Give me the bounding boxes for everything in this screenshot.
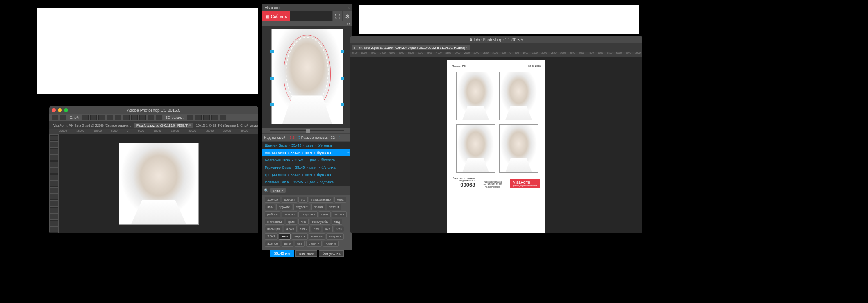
drag-handle[interactable] xyxy=(270,103,274,106)
window-titlebar[interactable]: Adobe Photoshop CC 2015.5 xyxy=(350,36,642,43)
tag-chip[interactable]: 4.5x5 xyxy=(284,226,297,232)
preview-portrait[interactable] xyxy=(271,29,343,124)
document-tab[interactable]: 10x15-1 @ 88,3% (Кривые 1, Слой-маска/..… xyxy=(193,123,258,128)
search-chip[interactable]: виза× xyxy=(270,188,286,193)
marquee-tool-icon[interactable] xyxy=(50,142,58,147)
gather-button[interactable]: ▦ Собрать xyxy=(262,11,290,21)
tag-chip[interactable]: 4x6 xyxy=(298,219,309,225)
tag-chip[interactable]: 4.5x4.5 xyxy=(323,241,339,247)
tag-chip[interactable]: патент xyxy=(327,204,342,210)
tag-chip[interactable]: права xyxy=(311,204,325,210)
panel-titlebar[interactable]: VisaForm » xyxy=(262,4,352,11)
wand-tool-icon[interactable] xyxy=(50,155,58,161)
align-icon[interactable] xyxy=(123,115,130,120)
tag-chip[interactable]: мигранты xyxy=(265,219,284,225)
align-icon[interactable] xyxy=(82,115,89,120)
tag-chip[interactable]: загран xyxy=(332,211,347,217)
tag-chip[interactable]: виза xyxy=(279,233,291,240)
window-titlebar[interactable]: Adobe Photoshop CC 2015.5 xyxy=(49,106,258,114)
document-tab[interactable]: n. VK Beta 2.psd @ 1,39% (Снимок экрана … xyxy=(352,45,470,50)
tag-chip[interactable]: 5x5 xyxy=(295,241,305,247)
refresh-icon[interactable]: ⟳ xyxy=(347,22,350,26)
distribute-icon[interactable] xyxy=(139,115,146,120)
mode3d-icon[interactable] xyxy=(211,115,218,120)
tag-chip[interactable]: мфц xyxy=(334,197,346,203)
drag-handle[interactable] xyxy=(341,103,344,106)
color-button[interactable]: цветные xyxy=(295,250,317,257)
layer-label[interactable]: Слой xyxy=(68,115,80,120)
move-tool-icon[interactable] xyxy=(60,115,66,120)
align-icon[interactable] xyxy=(98,115,105,120)
preset-item[interactable]: Болгария Виза›35x45›цвет›б/уголка xyxy=(262,156,352,164)
document-tab[interactable]: VisaForm. VK Beta 2.psd @ 220% (Снимок э… xyxy=(51,123,134,128)
preset-item[interactable]: Германия Виза›35x45›цвет›б/уголка xyxy=(262,164,352,171)
crop-tool-icon[interactable] xyxy=(50,161,58,167)
tag-chip[interactable]: студент xyxy=(293,204,310,210)
tag-chip[interactable]: 3.6x4.7 xyxy=(306,241,322,247)
mode3d-icon[interactable] xyxy=(220,115,226,120)
lasso-tool-icon[interactable] xyxy=(50,148,58,154)
mode3d-icon[interactable] xyxy=(187,115,193,120)
size-button[interactable]: 35x45 мм xyxy=(270,250,294,257)
drag-handle[interactable] xyxy=(270,50,274,53)
tag-chip[interactable]: америка xyxy=(326,233,344,240)
slider-thumb[interactable] xyxy=(306,129,310,133)
preset-item[interactable]: Англия Виза›35x45›цвет›б/уголка≡ xyxy=(262,149,352,156)
search-icon[interactable]: 🔍 xyxy=(264,188,269,193)
tag-chip[interactable]: 4x5 xyxy=(323,226,333,232)
brush-tool-icon[interactable] xyxy=(50,174,58,180)
preview-area[interactable] xyxy=(262,26,352,128)
stepper-icon[interactable]: ▲▼ xyxy=(338,136,340,140)
align-icon[interactable] xyxy=(107,115,113,120)
tag-chip[interactable]: фмс xyxy=(286,219,297,225)
tag-chip[interactable]: полиция xyxy=(265,226,282,232)
mode3d-icon[interactable] xyxy=(203,115,210,120)
zoom-slider[interactable] xyxy=(262,128,352,133)
crop-icon[interactable]: ⛶ xyxy=(332,11,342,21)
gear-icon[interactable]: ⚙ xyxy=(342,11,352,21)
stamp-tool-icon[interactable] xyxy=(50,181,58,187)
eraser-tool-icon[interactable] xyxy=(50,188,58,193)
tag-chip[interactable]: госслужба xyxy=(310,219,330,225)
eyedropper-tool-icon[interactable] xyxy=(50,168,58,174)
tag-chip[interactable]: работа xyxy=(265,211,280,217)
tag-chip[interactable]: мвд xyxy=(332,219,342,225)
align-icon[interactable] xyxy=(115,115,121,120)
tag-chip[interactable]: 3.5x4.5 xyxy=(265,197,280,203)
home-icon[interactable] xyxy=(52,115,58,120)
tag-chip[interactable]: 3.3x4.8 xyxy=(265,241,280,247)
distribute-icon[interactable] xyxy=(156,115,162,120)
tag-chip[interactable]: россия xyxy=(282,197,297,203)
tag-chip[interactable]: европа xyxy=(292,233,307,240)
close-icon[interactable] xyxy=(52,108,56,112)
guide-line[interactable] xyxy=(272,103,343,104)
canvas-area[interactable] xyxy=(59,134,258,233)
gradient-tool-icon[interactable] xyxy=(50,194,58,200)
head-above-value[interactable]: 3.6 xyxy=(287,136,297,140)
preset-item[interactable]: Испания Виза›35x45›цвет›б/уголка xyxy=(262,179,352,186)
type-tool-icon[interactable] xyxy=(50,207,58,213)
drag-handle[interactable] xyxy=(341,77,344,80)
tag-chip[interactable]: госуслуги xyxy=(298,211,318,217)
corner-button[interactable]: без уголка xyxy=(319,250,344,257)
guide-line[interactable] xyxy=(272,50,343,50)
head-size-value[interactable]: 32 xyxy=(329,136,337,140)
tag-chip[interactable]: шенген xyxy=(309,233,325,240)
stepper-icon[interactable]: ▲▼ xyxy=(298,136,300,140)
shape-tool-icon[interactable] xyxy=(50,214,58,219)
preset-item[interactable]: Греция Виза›35x45›цвет›б/уголка xyxy=(262,171,352,179)
tag-chip[interactable]: 3x4 xyxy=(265,204,275,210)
tag-chip[interactable]: оружие xyxy=(276,204,292,210)
preset-item[interactable]: Шенген Виза›35x45›цвет›б/уголка xyxy=(262,142,352,149)
minimize-icon[interactable] xyxy=(58,108,62,112)
canvas-area[interactable]: Паспорт РФ 32 06 2016 Ваш кадр сохранен … xyxy=(350,57,642,233)
align-icon[interactable] xyxy=(90,115,97,120)
drag-handle[interactable] xyxy=(341,50,344,53)
tag-chip[interactable]: пенсия xyxy=(282,211,297,217)
drag-handle[interactable] xyxy=(270,77,274,80)
guide-line[interactable] xyxy=(272,77,343,77)
distribute-icon[interactable] xyxy=(148,115,154,120)
hand-tool-icon[interactable] xyxy=(50,220,58,226)
mode3d-icon[interactable] xyxy=(195,115,202,120)
tag-chip[interactable]: гражданство xyxy=(309,197,333,203)
